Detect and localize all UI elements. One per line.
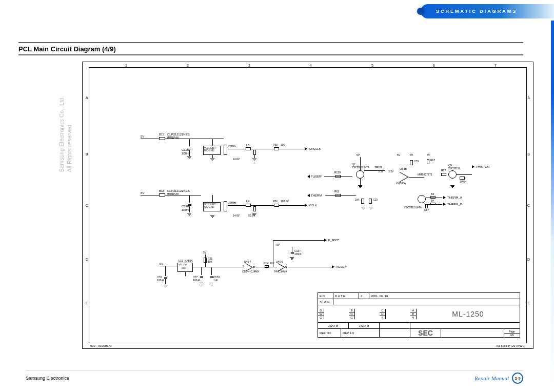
grid-col-2: 2 (187, 64, 189, 67)
wire (189, 139, 190, 146)
ref-sr169: SR169 (374, 166, 382, 169)
gnd-icon (209, 282, 213, 286)
ref-u11: U11 (179, 260, 183, 262)
resistor-r14 (265, 265, 269, 268)
tb-jwom1: JWO.M (318, 323, 349, 328)
wire (189, 150, 190, 156)
copyright-watermark: Samsung Electronics Co., Ltd. All Rights… (58, 96, 74, 172)
transistor-therm (418, 195, 426, 203)
ferrite-b17 (159, 137, 165, 140)
arrow-out-icon (443, 196, 446, 199)
title-bar: PCL Main Circuit Diagram (4/9) (18, 42, 523, 55)
arrow-out-icon (332, 265, 334, 268)
wire (251, 149, 274, 149)
therm-filter-r (361, 199, 364, 204)
xtal-2 (224, 201, 227, 211)
val-r14: 10K (270, 262, 274, 265)
ref-r14: R14 (264, 262, 268, 265)
grid-row-c-l: C (86, 204, 88, 207)
arrow-in-icon (307, 194, 310, 197)
part-u8: LMB93A (396, 182, 406, 185)
resistor-r159 (335, 175, 341, 178)
gnd-icon (187, 212, 191, 216)
osc-freq-2: 20MHz (228, 202, 236, 204)
therm-filter-lbl: 2xK (355, 199, 360, 201)
wire (212, 195, 213, 202)
page-footer: Samsung Electronics Repair Manual 3-9 (26, 370, 523, 384)
label-5v-2: 5V (141, 191, 144, 194)
chip-labels-1: VCC OUT NC GND (204, 147, 216, 152)
gnd-icon (450, 185, 454, 188)
signal-therma: THERM_A (447, 196, 462, 199)
resistor-r87 (441, 173, 446, 176)
tb-empty2 (410, 323, 520, 328)
ref-r67: R67 (430, 159, 435, 162)
grid-row-e-r: E (527, 301, 530, 305)
gnd-icon (187, 156, 191, 160)
cap-c79 (410, 160, 413, 165)
signal-therm: THERM (311, 194, 322, 197)
tb-empty3 (380, 329, 410, 337)
grid-row-c-r: C (527, 204, 530, 207)
gnd-icon (210, 158, 214, 162)
tb-empty4 (441, 329, 504, 337)
wire (251, 205, 274, 206)
header-section-label: SCHEMATIC DIAGRAMS (436, 9, 517, 14)
footer-manual-label: Repair Manual (474, 375, 509, 381)
cap-filter-2 (253, 206, 256, 211)
signal-vclk: VCLK (309, 204, 317, 207)
inv-bubble-2 (285, 266, 287, 268)
transistor-q9 (448, 170, 457, 179)
grid-row-d-l: D (86, 258, 88, 261)
wire (360, 179, 361, 185)
pin-3: 3 (243, 265, 244, 268)
wire (409, 177, 424, 178)
switch-sw24 (460, 177, 465, 180)
grid-col-1: 1 (125, 64, 127, 67)
part-u40-7: CD74HC14MX (242, 270, 259, 273)
page-title: PCL Main Circuit Diagram (4/9) (18, 45, 119, 53)
wire (360, 157, 361, 170)
wire (165, 279, 166, 284)
wire (292, 247, 292, 252)
signal-thermb: THERM_B (447, 203, 462, 206)
u11-pins: VCC OUT (179, 264, 188, 266)
wire (193, 267, 244, 267)
val-r52: 100 0V (281, 200, 289, 203)
tb-role-a: A (410, 309, 416, 312)
grid-row-b-l: B (86, 152, 88, 156)
pin-7: 7 (285, 271, 287, 274)
resistor-r52 (274, 204, 279, 207)
tb-rev-num: 4 (359, 293, 369, 299)
bottom-ref-number: 002 - 010005AF (90, 344, 112, 347)
tb-role-w: W (318, 312, 324, 316)
tb-date-label: D A T E (333, 293, 359, 299)
grid-col-3: 3 (248, 64, 250, 67)
ref-c79: C79 (414, 160, 419, 163)
page-number-badge: 3-9 (512, 373, 523, 384)
wire (165, 195, 201, 195)
grid-row-e-l: E (86, 301, 88, 305)
label-5v-frst: 5V (276, 244, 280, 246)
footer-company: Samsung Electronics (26, 376, 69, 381)
label-33v-2: 3.3V (388, 170, 393, 173)
wire (273, 240, 273, 267)
resistor-r50 (274, 147, 279, 150)
val-c77: 100nF (193, 279, 200, 282)
wire (165, 266, 166, 276)
tb-jwom2: JWO.M (349, 323, 380, 328)
signal-fuser: FUSER* (311, 175, 323, 178)
val-r21: 10K (208, 261, 212, 263)
label-5v-q7: 5V (357, 154, 360, 156)
tb-page-label: Page (504, 330, 520, 334)
ref-r52: R52 (273, 200, 278, 203)
gnd-icon (369, 206, 373, 210)
therm-c-lbl: C15 (373, 199, 378, 201)
transistor-q7 (356, 170, 364, 179)
tb-role-d: D (318, 309, 324, 312)
grid-row-b-r: B (527, 152, 530, 156)
tb-role-v: V (410, 316, 416, 319)
gnd-icon (290, 257, 294, 260)
ref-r65: R65 (334, 190, 339, 193)
gnd-icon (358, 185, 362, 188)
